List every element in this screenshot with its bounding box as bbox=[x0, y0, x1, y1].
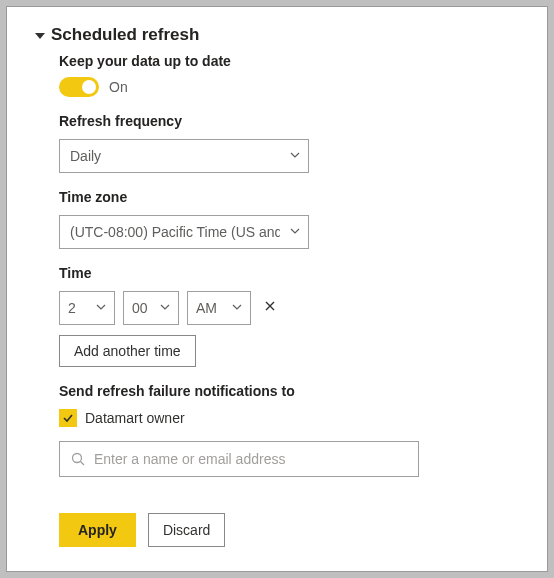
svg-point-0 bbox=[73, 454, 82, 463]
svg-line-1 bbox=[81, 462, 85, 466]
time-zone-select[interactable]: (UTC-08:00) Pacific Time (US and Canada) bbox=[59, 215, 309, 249]
datamart-owner-checkbox[interactable] bbox=[59, 409, 77, 427]
notifications-label: Send refresh failure notifications to bbox=[59, 383, 519, 399]
toggle-state-label: On bbox=[109, 79, 128, 95]
refresh-frequency-label: Refresh frequency bbox=[59, 113, 519, 129]
time-zone-label: Time zone bbox=[59, 189, 519, 205]
check-icon bbox=[62, 412, 74, 424]
time-hour-select[interactable]: 2 bbox=[59, 291, 115, 325]
time-row: 2 00 AM bbox=[59, 291, 519, 325]
remove-time-button[interactable] bbox=[259, 299, 281, 317]
keep-up-to-date-label: Keep your data up to date bbox=[59, 53, 519, 69]
time-label: Time bbox=[59, 265, 519, 281]
add-another-time-button[interactable]: Add another time bbox=[59, 335, 196, 367]
refresh-frequency-select[interactable]: Daily bbox=[59, 139, 309, 173]
apply-button[interactable]: Apply bbox=[59, 513, 136, 547]
search-icon bbox=[70, 451, 86, 467]
toggle-knob bbox=[82, 80, 96, 94]
scheduled-refresh-panel: Scheduled refresh Keep your data up to d… bbox=[6, 6, 548, 572]
notification-recipient-field[interactable] bbox=[59, 441, 419, 477]
notification-recipient-input[interactable] bbox=[94, 451, 408, 467]
time-meridiem-select[interactable]: AM bbox=[187, 291, 251, 325]
time-minute-select[interactable]: 00 bbox=[123, 291, 179, 325]
section-header[interactable]: Scheduled refresh bbox=[35, 25, 519, 45]
keep-up-to-date-toggle[interactable] bbox=[59, 77, 99, 97]
section-title: Scheduled refresh bbox=[51, 25, 199, 45]
discard-button[interactable]: Discard bbox=[148, 513, 225, 547]
datamart-owner-label: Datamart owner bbox=[85, 410, 185, 426]
disclosure-triangle-icon bbox=[35, 33, 45, 39]
footer-actions: Apply Discard bbox=[59, 513, 519, 547]
